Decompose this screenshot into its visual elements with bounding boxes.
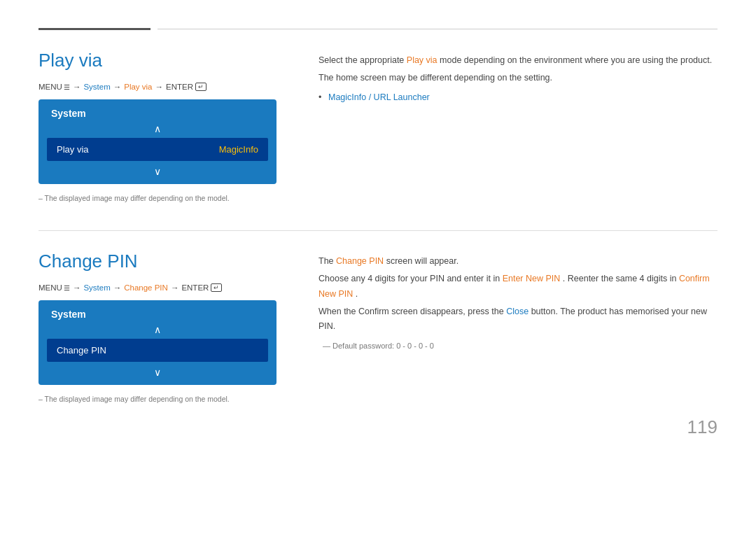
tv-menu-item-change-pin: Change PIN xyxy=(47,339,268,362)
item-label-play-via: Play via xyxy=(57,144,89,155)
title-play-via: Play via xyxy=(38,50,276,71)
system-link: System xyxy=(83,83,110,91)
right-text-play-via: Select the appropriate Play via mode dep… xyxy=(318,53,718,105)
tv-menu-item-play-via: Play via MagicInfo xyxy=(47,138,268,161)
arrow1-2: → xyxy=(73,283,81,292)
arrow2-2: → xyxy=(113,283,122,292)
right-change-pin-line2: Choose any 4 digits for your PIN and ent… xyxy=(318,272,718,302)
line2-pre: Choose any 4 digits for your PIN and ent… xyxy=(318,274,500,283)
top-divider xyxy=(38,28,718,30)
arrow2: → xyxy=(113,83,122,91)
right-col-change-pin: The Change PIN screen will appear. Choos… xyxy=(318,251,718,403)
enter-new-pin-inline: Enter New PIN xyxy=(503,274,561,283)
right-text-change-pin: The Change PIN screen will appear. Choos… xyxy=(318,254,718,353)
title-change-pin: Change PIN xyxy=(38,251,276,272)
line3-pre: When the Confirm screen disappears, pres… xyxy=(318,307,504,316)
menu-label-2: MENU xyxy=(38,283,62,292)
right-line2: The home screen may be different dependi… xyxy=(318,71,718,85)
tv-menu-arrow-down-1: ∨ xyxy=(38,163,276,178)
right-change-pin-line1: The Change PIN screen will appear. xyxy=(318,254,718,269)
tv-menu-play-via: System ∧ Play via MagicInfo ∨ xyxy=(38,99,276,184)
tv-menu-title-2: System xyxy=(38,304,276,323)
disclaimer-2: – The displayed image may differ dependi… xyxy=(38,395,276,403)
right-line1-cont: mode depending on the environment where … xyxy=(440,55,712,65)
tv-menu-arrow-up-2: ∧ xyxy=(38,323,276,337)
menu-label: MENU xyxy=(38,83,62,91)
disclaimer-1: – The displayed image may differ dependi… xyxy=(38,194,276,202)
bullet-link-1: MagicInfo / URL Launcher xyxy=(328,92,430,102)
tv-menu-arrow-down-2: ∨ xyxy=(38,364,276,379)
enter-icon: ↵ xyxy=(195,83,206,91)
right-line1: Select the appropriate Play via mode dep… xyxy=(318,53,718,68)
tv-menu-title-1: System xyxy=(38,104,276,122)
menu-icon-2: ☰ xyxy=(64,284,70,292)
left-col-play-via: Play via MENU ☰ → System → Play via → EN… xyxy=(38,50,276,202)
bullet-item-1: MagicInfo / URL Launcher xyxy=(318,90,718,105)
section-divider xyxy=(38,230,718,231)
arrow1: → xyxy=(73,83,81,91)
arrow3: → xyxy=(155,83,164,91)
line2-post: . xyxy=(356,289,358,299)
close-inline: Close xyxy=(506,307,528,316)
line1-post: screen will appear. xyxy=(386,256,459,266)
menu-path-play-via: MENU ☰ → System → Play via → ENTER ↵ xyxy=(38,83,276,91)
change-pin-link: Change PIN xyxy=(124,283,168,292)
enter-label: ENTER xyxy=(166,83,193,91)
system-link-2: System xyxy=(83,283,110,292)
enter-label-2: ENTER xyxy=(181,283,209,292)
divider-thin xyxy=(158,29,718,29)
section-change-pin: Change PIN MENU ☰ → System → Change PIN … xyxy=(38,251,718,403)
tv-menu-arrow-up-1: ∧ xyxy=(38,122,276,136)
right-col-play-via: Select the appropriate Play via mode dep… xyxy=(318,50,718,202)
menu-path-change-pin: MENU ☰ → System → Change PIN → ENTER ↵ xyxy=(38,283,276,292)
page-number: 119 xyxy=(687,416,718,438)
menu-icon: ☰ xyxy=(64,83,70,91)
arrow3-2: → xyxy=(171,283,179,292)
change-pin-inline: Change PIN xyxy=(336,256,384,266)
item-label-change-pin: Change PIN xyxy=(57,345,106,356)
tv-menu-change-pin: System ∧ Change PIN ∨ xyxy=(38,300,276,385)
item-value-play-via: MagicInfo xyxy=(219,144,258,155)
section-play-via: Play via MENU ☰ → System → Play via → EN… xyxy=(38,50,718,202)
enter-icon-2: ↵ xyxy=(211,283,222,292)
default-password: ― Default password: 0 - 0 - 0 - 0 xyxy=(318,339,718,353)
bullet-list-1: MagicInfo / URL Launcher xyxy=(318,90,718,105)
play-via-inline: Play via xyxy=(407,55,438,65)
right-change-pin-line3: When the Confirm screen disappears, pres… xyxy=(318,304,718,335)
right-line1-pre: Select the appropriate xyxy=(318,55,404,65)
line1-pre: The xyxy=(318,256,334,266)
play-via-link: Play via xyxy=(124,83,152,91)
divider-bold xyxy=(38,28,150,30)
line2-mid: . Reenter the same 4 digits in xyxy=(563,274,677,283)
left-col-change-pin: Change PIN MENU ☰ → System → Change PIN … xyxy=(38,251,276,403)
